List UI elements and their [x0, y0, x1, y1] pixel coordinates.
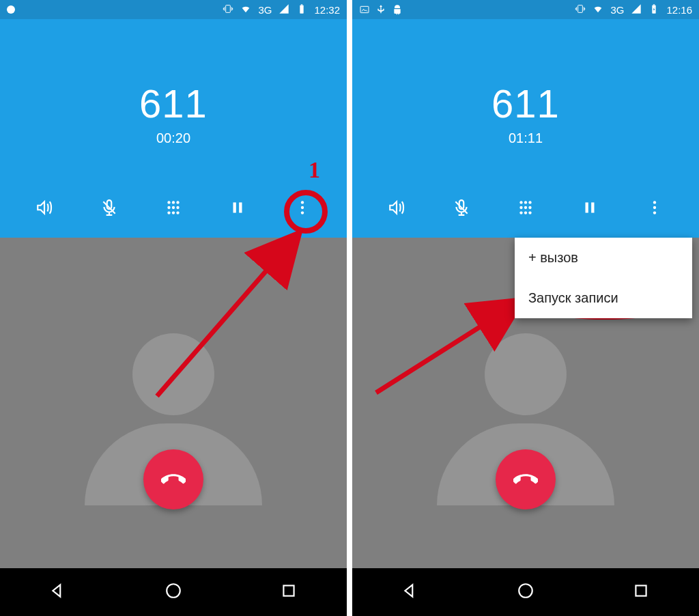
svg-rect-35 — [586, 202, 588, 212]
network-label: 3G — [258, 4, 272, 16]
more-button[interactable] — [638, 191, 671, 224]
nav-back-icon[interactable] — [49, 582, 67, 602]
dialpad-button[interactable] — [157, 191, 190, 224]
svg-point-18 — [167, 584, 180, 598]
svg-rect-24 — [653, 4, 655, 5]
menu-start-recording[interactable]: Запуск записи — [515, 278, 692, 318]
svg-point-9 — [176, 206, 179, 209]
svg-point-6 — [176, 201, 179, 204]
svg-rect-21 — [360, 6, 369, 12]
mute-button[interactable] — [445, 191, 478, 224]
end-call-button[interactable] — [143, 449, 203, 509]
nav-home-icon[interactable] — [165, 582, 182, 602]
usb-icon — [375, 4, 386, 15]
nav-bar — [0, 568, 347, 616]
notification-dot-icon — [7, 5, 15, 14]
svg-point-32 — [519, 211, 522, 214]
status-left-icons — [359, 4, 403, 15]
svg-point-37 — [653, 201, 656, 204]
signal-icon — [279, 3, 289, 16]
svg-point-11 — [172, 211, 175, 214]
status-bar: 3G 12:16 — [352, 0, 699, 19]
svg-rect-13 — [233, 202, 236, 212]
svg-point-8 — [172, 206, 175, 209]
clock-label: 12:32 — [314, 4, 340, 16]
svg-point-10 — [167, 211, 170, 214]
svg-rect-2 — [301, 4, 303, 5]
wifi-icon — [240, 3, 251, 16]
svg-point-7 — [167, 206, 170, 209]
clock-label: 12:16 — [666, 4, 692, 16]
mute-button[interactable] — [93, 191, 126, 224]
call-body — [0, 238, 347, 568]
svg-point-33 — [524, 211, 527, 214]
wifi-icon — [593, 3, 603, 16]
network-label: 3G — [610, 4, 624, 16]
nav-home-icon[interactable] — [517, 582, 534, 602]
speaker-button[interactable] — [380, 191, 413, 224]
svg-point-38 — [653, 206, 656, 209]
svg-point-31 — [528, 206, 531, 209]
dialpad-button[interactable] — [509, 191, 542, 224]
android-icon — [392, 4, 403, 15]
nav-recent-icon[interactable] — [280, 582, 298, 602]
overflow-menu: + вызов Запуск записи — [515, 238, 692, 318]
hold-button[interactable] — [573, 191, 606, 224]
svg-rect-14 — [240, 202, 242, 212]
svg-rect-41 — [636, 585, 646, 596]
hold-button[interactable] — [221, 191, 254, 224]
nav-back-icon[interactable] — [401, 582, 419, 602]
call-timer: 00:20 — [156, 130, 190, 146]
menu-add-call[interactable]: + вызов — [515, 238, 692, 278]
svg-point-40 — [519, 584, 532, 598]
call-number: 611 — [139, 81, 208, 126]
svg-point-28 — [528, 201, 531, 204]
call-number: 611 — [491, 81, 560, 126]
svg-point-12 — [176, 211, 179, 214]
call-header: 611 01:11 — [352, 19, 699, 238]
end-call-button[interactable] — [496, 449, 556, 509]
phone-left: 3G 12:32 611 00:20 — [0, 0, 347, 616]
svg-rect-36 — [592, 202, 595, 212]
svg-point-34 — [528, 211, 531, 214]
vibrate-icon — [575, 3, 586, 16]
battery-charging-icon — [648, 3, 659, 16]
call-timer: 01:11 — [509, 130, 543, 146]
svg-point-5 — [172, 201, 175, 204]
speaker-button[interactable] — [28, 191, 61, 224]
svg-point-26 — [519, 201, 522, 204]
svg-point-30 — [524, 206, 527, 209]
call-controls — [352, 191, 699, 224]
annotation-circle-1 — [284, 190, 328, 234]
svg-rect-19 — [284, 585, 294, 596]
vibrate-icon — [223, 3, 233, 16]
status-bar: 3G 12:32 — [0, 0, 347, 19]
image-icon — [359, 4, 370, 15]
signal-icon — [631, 3, 642, 16]
svg-point-4 — [167, 201, 170, 204]
svg-rect-0 — [226, 5, 231, 12]
svg-rect-1 — [300, 5, 304, 13]
svg-point-29 — [519, 206, 522, 209]
phone-right: 3G 12:16 611 01:11 + вызов Запуск записи — [352, 0, 699, 616]
battery-icon — [296, 3, 307, 16]
svg-rect-22 — [578, 5, 583, 12]
nav-bar — [352, 568, 699, 616]
svg-point-27 — [524, 201, 527, 204]
nav-recent-icon[interactable] — [632, 582, 650, 602]
annotation-label-1: 1 — [309, 157, 320, 183]
svg-point-39 — [653, 211, 656, 214]
